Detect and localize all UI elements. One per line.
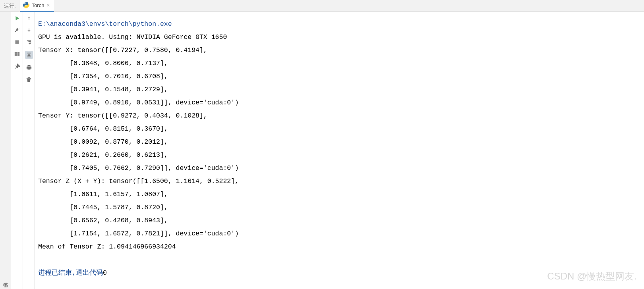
out-line: [0.6764, 0.8151, 0.3670], (38, 125, 168, 133)
exit-code: 0 (103, 269, 107, 277)
rerun-icon[interactable] (14, 15, 20, 21)
run-label: 运行: (0, 2, 20, 10)
out-line: [0.0092, 0.8770, 0.2012], (38, 138, 168, 146)
stop-icon[interactable] (14, 39, 20, 45)
svg-rect-3 (14, 54, 16, 56)
console-output[interactable]: E:\anaconda3\envs\torch\python.exe GPU i… (35, 12, 644, 289)
interpreter-path: E:\anaconda3\envs\torch\python.exe (38, 20, 172, 28)
run-toolbar-left (11, 12, 23, 289)
out-line: Tensor X: tensor([[0.7227, 0.7580, 0.419… (38, 46, 207, 54)
wrench-icon[interactable] (14, 27, 20, 33)
out-line: Mean of Tensor Z: 1.094146966934204 (38, 243, 176, 250)
out-line: [1.0611, 1.6157, 1.0807], (38, 191, 168, 198)
svg-rect-0 (15, 40, 19, 44)
close-icon[interactable]: × (46, 2, 50, 8)
exit-message: 进程已结束,退出代码 (38, 269, 103, 277)
out-line: [0.7405, 0.7662, 0.7290]], device='cuda:… (38, 164, 239, 172)
layout-icon[interactable] (14, 51, 20, 57)
out-line: Tensor Z (X + Y): tensor([[1.6500, 1.161… (38, 177, 239, 185)
svg-rect-1 (14, 52, 16, 54)
out-line: GPU is available. Using: NVIDIA GeForce … (38, 33, 227, 41)
python-file-icon (23, 2, 29, 8)
pin-icon[interactable] (14, 63, 20, 69)
out-line: [1.7154, 1.6572, 0.7821]], device='cuda:… (38, 230, 239, 237)
soft-wrap-icon[interactable] (26, 39, 32, 45)
out-line: [0.2621, 0.2660, 0.6213], (38, 151, 168, 159)
trash-icon[interactable] (26, 76, 32, 83)
out-line: [0.9749, 0.8910, 0.0531]], device='cuda:… (38, 99, 239, 106)
out-line: [0.3941, 0.1548, 0.2729], (38, 86, 168, 93)
run-header: 运行: Torch × (0, 0, 644, 12)
out-line: [0.7354, 0.7016, 0.6708], (38, 73, 168, 80)
svg-rect-4 (17, 54, 19, 56)
out-line: [0.7445, 1.5787, 0.8720], (38, 204, 168, 211)
scroll-to-end-icon[interactable] (25, 51, 33, 59)
tab-torch[interactable]: Torch × (20, 0, 54, 12)
left-sidebar: 书签 构 (0, 12, 11, 289)
run-toolbar-right (23, 12, 35, 289)
out-line: Tensor Y: tensor([[0.9272, 0.4034, 0.102… (38, 112, 207, 119)
svg-rect-2 (17, 52, 19, 54)
print-icon[interactable] (26, 64, 32, 71)
up-arrow-icon[interactable] (26, 15, 32, 21)
down-arrow-icon[interactable] (26, 27, 32, 33)
out-line: [0.6562, 0.4208, 0.8943], (38, 217, 168, 224)
out-line: [0.3848, 0.8006, 0.7137], (38, 60, 168, 67)
tab-title: Torch (32, 2, 44, 8)
body: 书签 构 (0, 12, 644, 289)
